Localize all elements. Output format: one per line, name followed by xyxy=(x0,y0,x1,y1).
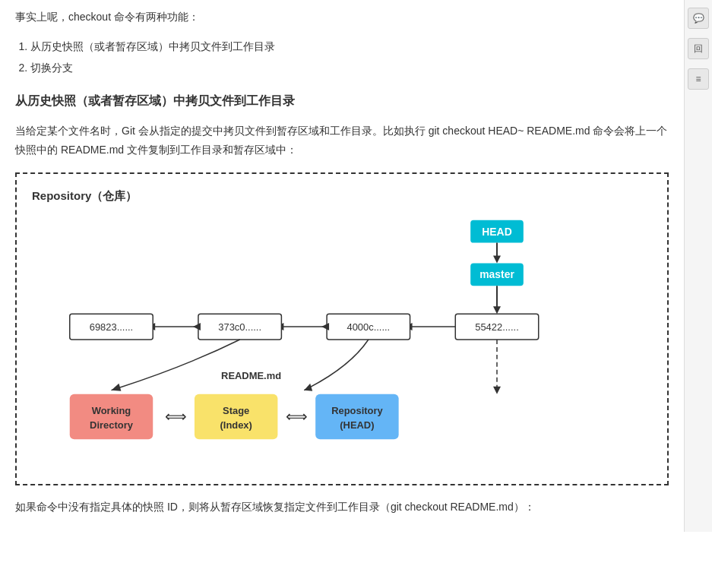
list-item: 从历史快照（或者暂存区域）中拷贝文件到工作目录 xyxy=(30,36,669,57)
svg-text:HEAD: HEAD xyxy=(482,225,511,237)
svg-marker-7 xyxy=(493,306,501,314)
svg-text:README.md: README.md xyxy=(221,369,281,381)
main-content: 事实上呢，checkout 命令有两种功能： 从历史快照（或者暂存区域）中拷贝文… xyxy=(0,0,684,532)
svg-marker-26 xyxy=(304,383,312,390)
sidebar-panel: 💬 回 ≡ xyxy=(684,0,712,532)
intro-text: 事实上呢，checkout 命令有两种功能： xyxy=(15,8,669,27)
section-heading: 从历史快照（或者暂存区域）中拷贝文件到工作目录 xyxy=(15,93,669,112)
sidebar-chat-btn[interactable]: 💬 xyxy=(688,8,709,29)
diagram-svg: HEAD master 55422...... 40 xyxy=(32,216,652,459)
svg-marker-3 xyxy=(493,255,501,263)
list-item: 切换分支 xyxy=(30,57,669,78)
svg-text:Directory: Directory xyxy=(90,419,134,431)
svg-text:4000c......: 4000c...... xyxy=(347,321,390,333)
svg-text:373c0......: 373c0...... xyxy=(218,321,261,333)
desc-text: 当给定某个文件名时，Git 会从指定的提交中拷贝文件到暂存区域和工作目录。比如执… xyxy=(15,122,669,160)
svg-text:Stage: Stage xyxy=(223,405,249,416)
svg-marker-25 xyxy=(111,383,121,390)
repo-label: Repository（仓库） xyxy=(32,189,652,204)
svg-text:69823......: 69823...... xyxy=(90,321,133,333)
page-wrapper: 事实上呢，checkout 命令有两种功能： 从历史快照（或者暂存区域）中拷贝文… xyxy=(0,0,712,532)
diagram-container: Repository（仓库） HEAD master 55422...... xyxy=(15,172,669,485)
svg-text:(Index): (Index) xyxy=(220,419,252,431)
feature-list: 从历史快照（或者暂存区域）中拷贝文件到工作目录 切换分支 xyxy=(30,36,669,78)
sidebar-menu-btn[interactable]: ≡ xyxy=(688,68,709,90)
svg-text:(HEAD): (HEAD) xyxy=(340,419,374,431)
svg-text:⟺: ⟺ xyxy=(286,408,308,425)
sidebar-back-btn[interactable]: 回 xyxy=(688,38,709,59)
footer-text: 如果命令中没有指定具体的快照 ID，则将从暂存区域恢复指定文件到工作目录（git… xyxy=(15,498,669,517)
svg-text:⟺: ⟺ xyxy=(165,408,187,425)
svg-marker-28 xyxy=(493,386,501,394)
svg-text:Working: Working xyxy=(92,405,131,416)
svg-text:master: master xyxy=(479,268,514,280)
svg-text:55422......: 55422...... xyxy=(475,321,518,333)
svg-text:Repository: Repository xyxy=(331,405,383,416)
